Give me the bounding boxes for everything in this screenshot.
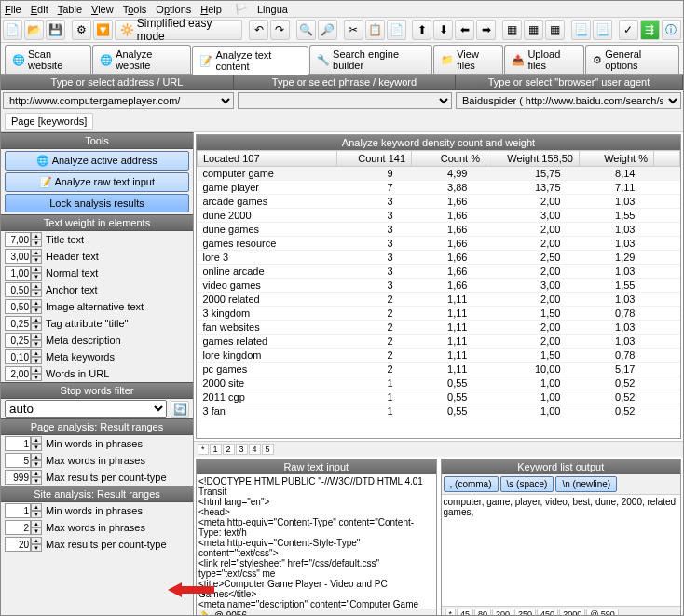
lock-results-button[interactable]: Lock analysis results <box>5 194 189 212</box>
stopwords-select[interactable]: auto <box>5 400 167 418</box>
table-row[interactable]: computer game94,9915,758,14 <box>198 167 680 181</box>
siterange-1-up[interactable]: ▲ <box>31 520 42 527</box>
tab-upload-files[interactable]: 📤 Upload files <box>504 45 584 74</box>
output-text[interactable]: computer, game, player, video, best, dun… <box>442 494 681 606</box>
phrase-input[interactable] <box>238 92 452 109</box>
siterange-2-down[interactable]: ▼ <box>31 544 42 552</box>
weight-0-input[interactable] <box>5 232 31 247</box>
pagetab[interactable]: 250 <box>514 609 536 616</box>
siterange-0-down[interactable]: ▼ <box>31 511 42 518</box>
col-count[interactable]: Count 141 <box>337 151 412 167</box>
pagetab[interactable]: * <box>198 444 209 455</box>
tb-check-icon[interactable]: ✓ <box>619 20 638 40</box>
pagetab[interactable]: 45 <box>457 609 473 616</box>
tb-share-icon[interactable]: ⇶ <box>640 20 660 40</box>
table-row[interactable]: fan websites21,112,001,03 <box>198 321 680 335</box>
weight-7-up[interactable]: ▲ <box>31 349 42 357</box>
col-located[interactable]: Located 107 <box>198 151 337 167</box>
tb-right-icon[interactable]: ➡ <box>476 20 496 40</box>
menu-view[interactable]: View <box>91 4 114 15</box>
tb-info-icon[interactable]: ⓘ <box>662 20 681 40</box>
table-row[interactable]: lore 331,662,501,29 <box>198 251 680 265</box>
tb-save-icon[interactable]: 💾 <box>46 20 65 40</box>
weight-8-up[interactable]: ▲ <box>31 366 42 374</box>
menu-options[interactable]: Options <box>156 4 191 15</box>
menu-lingua[interactable]: Lingua <box>257 4 288 15</box>
menu-tools[interactable]: Tools <box>123 4 147 15</box>
weight-4-down[interactable]: ▼ <box>31 307 42 314</box>
table-row[interactable]: video games31,663,001,55 <box>198 279 680 293</box>
menu-edit[interactable]: Edit <box>31 4 48 15</box>
weight-8-input[interactable] <box>5 366 31 381</box>
table-row[interactable]: 3 fan10,551,000,52 <box>198 404 680 418</box>
tb-open-icon[interactable]: 📂 <box>24 20 44 40</box>
siterange-2-up[interactable]: ▲ <box>31 537 42 544</box>
pagetab[interactable]: 450 <box>537 609 558 616</box>
tb-redo-icon[interactable]: ↷ <box>270 20 290 40</box>
stopwords-refresh-icon[interactable]: 🔄 <box>171 401 189 418</box>
col-countpct[interactable]: Count % <box>412 151 486 167</box>
weight-5-up[interactable]: ▲ <box>31 316 42 323</box>
siterange-1-down[interactable]: ▼ <box>31 527 42 535</box>
weight-0-up[interactable]: ▲ <box>31 232 42 240</box>
weight-1-input[interactable] <box>5 249 31 264</box>
pagerange-1-down[interactable]: ▼ <box>31 460 42 468</box>
raw-text-area[interactable]: <!DOCTYPE HTML PUBLIC "-//W3C//DTD HTML … <box>197 474 436 609</box>
tb-easymode[interactable]: 🔆 Simplified easy mode <box>115 20 242 40</box>
pagerange-1-up[interactable]: ▲ <box>31 453 42 460</box>
weight-5-input[interactable] <box>5 316 31 331</box>
table-row[interactable]: pc games21,1110,005,17 <box>198 363 680 376</box>
tb-paste-icon[interactable]: 📄 <box>387 20 406 40</box>
tb-cut-icon[interactable]: ✂ <box>344 20 363 40</box>
agent-input[interactable]: Baiduspider ( http://www.baidu.com/searc… <box>456 92 681 109</box>
analyze-raw-button[interactable]: 📝 Analyze raw text input <box>5 172 189 192</box>
weight-6-down[interactable]: ▼ <box>31 340 42 348</box>
pagetab[interactable]: 200 <box>492 609 513 616</box>
table-row[interactable]: 2000 related21,112,001,03 <box>198 293 680 307</box>
tb-up-icon[interactable]: ⬆ <box>412 20 431 40</box>
weight-1-down[interactable]: ▼ <box>31 256 42 264</box>
tb-grid1-icon[interactable]: ▦ <box>502 20 522 40</box>
pagerange-0-down[interactable]: ▼ <box>31 444 42 451</box>
pagetab[interactable]: 80 <box>474 609 491 616</box>
weight-2-up[interactable]: ▲ <box>31 266 42 273</box>
weight-4-input[interactable] <box>5 299 31 314</box>
tb-down-icon[interactable]: ⬇ <box>433 20 453 40</box>
siterange-1-input[interactable] <box>5 520 31 535</box>
tab-general[interactable]: ⚙ General options <box>585 45 679 74</box>
siterange-0-up[interactable]: ▲ <box>31 503 42 511</box>
weight-3-down[interactable]: ▼ <box>31 290 42 297</box>
pagerange-2-input[interactable] <box>5 470 31 485</box>
pagetab[interactable]: 5 <box>262 444 274 455</box>
weight-6-up[interactable]: ▲ <box>31 333 42 340</box>
tb-undo-icon[interactable]: ↶ <box>249 20 268 40</box>
tb-search-icon[interactable]: 🔍 <box>296 20 316 40</box>
tb-filter-icon[interactable]: 🔽 <box>93 20 113 40</box>
pagerange-1-input[interactable] <box>5 453 31 468</box>
tb-doc2-icon[interactable]: 📃 <box>593 20 612 40</box>
weight-0-down[interactable]: ▼ <box>31 240 42 247</box>
pagetab[interactable]: @ 590 <box>586 609 619 616</box>
weight-4-up[interactable]: ▲ <box>31 299 42 307</box>
pagerange-2-down[interactable]: ▼ <box>31 477 42 485</box>
tb-new-icon[interactable]: 📄 <box>3 20 22 40</box>
pagetab[interactable]: 2000 <box>559 609 585 616</box>
tab-scan[interactable]: 🌐 Scan website <box>5 45 91 74</box>
pagerange-0-input[interactable] <box>5 436 31 451</box>
weight-3-up[interactable]: ▲ <box>31 282 42 290</box>
col-weightpct[interactable]: Weight % <box>580 151 654 167</box>
siterange-2-input[interactable] <box>5 537 31 552</box>
pagerange-2-up[interactable]: ▲ <box>31 470 42 477</box>
out-comma-button[interactable]: , (comma) <box>444 476 499 492</box>
tb-grid2-icon[interactable]: ▦ <box>524 20 543 40</box>
weight-7-down[interactable]: ▼ <box>31 357 42 364</box>
pagetab[interactable]: 1 <box>210 444 222 455</box>
pagerange-0-up[interactable]: ▲ <box>31 436 42 444</box>
table-row[interactable]: games resource31,662,001,03 <box>198 237 680 251</box>
tab-view-files[interactable]: 📁 View files <box>433 45 503 74</box>
tab-analyze-text[interactable]: 📝 Analyze text content <box>192 46 308 75</box>
pagetab[interactable]: 4 <box>249 444 261 455</box>
pagetab[interactable]: 3 <box>236 444 248 455</box>
out-newline-button[interactable]: \n (newline) <box>555 476 617 492</box>
weight-2-input[interactable] <box>5 266 31 281</box>
